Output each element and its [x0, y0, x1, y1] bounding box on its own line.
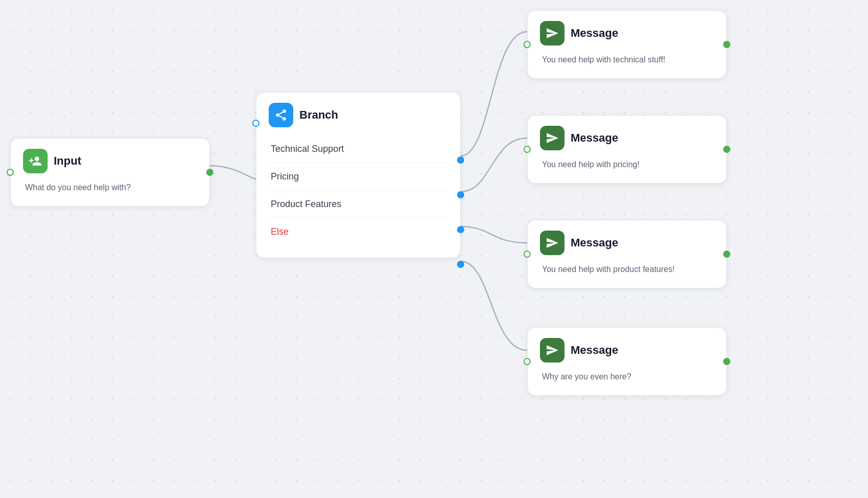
branch-out-dot-1	[457, 191, 464, 198]
msg1-title: Message	[571, 27, 618, 40]
branch-out-dot-2	[457, 226, 464, 233]
branch-node: Branch Technical Support Pricing Product…	[256, 92, 461, 258]
msg3-header: Message	[540, 231, 714, 255]
branch-items-list: Technical Support Pricing Product Featur…	[269, 135, 448, 245]
msg1-right-dot	[723, 41, 730, 48]
input-node-title: Input	[54, 154, 81, 168]
msg2-left-dot	[524, 146, 531, 153]
svg-point-0	[283, 109, 286, 113]
input-node-header: Input	[23, 149, 197, 173]
msg4-left-dot	[524, 358, 531, 365]
input-icon	[23, 149, 48, 173]
msg4-body: Why are you even here?	[540, 371, 714, 383]
msg2-right-dot	[723, 146, 730, 153]
message-node-2: Message You need help with pricing!	[527, 115, 727, 184]
msg3-icon	[540, 231, 565, 255]
branch-icon	[269, 103, 293, 127]
input-node: Input What do you need help with?	[10, 138, 210, 207]
svg-line-3	[279, 116, 283, 118]
msg2-body: You need help with pricing!	[540, 159, 714, 171]
msg1-header: Message	[540, 21, 714, 46]
msg1-icon	[540, 21, 565, 46]
input-node-left-dot	[7, 169, 14, 176]
msg2-icon	[540, 126, 565, 150]
svg-point-2	[283, 117, 286, 121]
branch-node-header: Branch	[269, 103, 448, 127]
branch-item-product-features: Product Features	[269, 191, 448, 218]
branch-item-technical-support: Technical Support	[269, 135, 448, 163]
input-node-body: What do you need help with?	[23, 182, 197, 194]
msg4-right-dot	[723, 358, 730, 365]
svg-point-1	[276, 114, 279, 117]
msg1-left-dot	[524, 41, 531, 48]
msg4-title: Message	[571, 344, 618, 357]
msg4-icon	[540, 338, 565, 363]
msg3-left-dot	[524, 251, 531, 258]
branch-node-title: Branch	[299, 108, 338, 122]
branch-out-dot-3	[457, 261, 464, 268]
branch-item-pricing: Pricing	[269, 163, 448, 191]
message-node-4: Message Why are you even here?	[527, 327, 727, 396]
msg2-title: Message	[571, 131, 618, 145]
svg-line-4	[279, 112, 283, 114]
branch-node-left-dot	[252, 120, 259, 127]
msg3-right-dot	[723, 251, 730, 258]
message-node-1: Message You need help with technical stu…	[527, 10, 727, 79]
msg3-body: You need help with product features!	[540, 263, 714, 276]
branch-out-dot-0	[457, 156, 464, 164]
message-node-3: Message You need help with product featu…	[527, 220, 727, 288]
msg3-title: Message	[571, 236, 618, 250]
branch-item-else: Else	[269, 218, 448, 245]
msg1-body: You need help with technical stuff!	[540, 54, 714, 66]
input-node-right-dot	[206, 169, 213, 176]
msg4-header: Message	[540, 338, 714, 363]
msg2-header: Message	[540, 126, 714, 150]
